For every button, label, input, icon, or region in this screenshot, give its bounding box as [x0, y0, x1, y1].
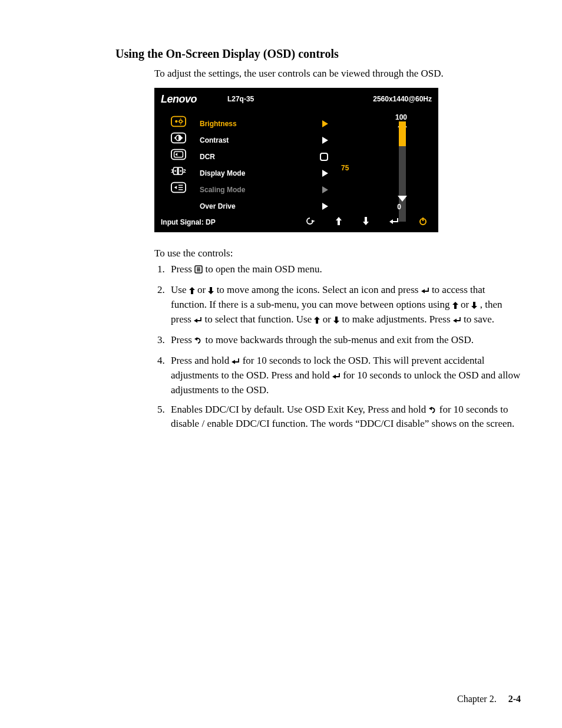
chevron-right-icon: [322, 170, 328, 177]
osd-menu-item[interactable]: Over Drive: [200, 198, 335, 215]
down-arrow-icon: [208, 285, 214, 298]
svg-marker-53: [429, 407, 432, 410]
chevron-right-icon: [322, 120, 328, 127]
svg-rect-27: [320, 153, 328, 160]
section-heading: Using the On-Screen Display (OSD) contro…: [115, 47, 521, 61]
osd-menu-item-label: DCR: [200, 153, 215, 161]
page-number: 2-4: [508, 694, 521, 704]
step-item: Press and hold for 10 seconds to lock th…: [167, 354, 521, 397]
svg-marker-31: [312, 220, 315, 222]
contrast-category-icon[interactable]: [171, 132, 186, 144]
resolution-label: 2560x1440@60Hz: [373, 95, 432, 103]
enter-icon: [421, 285, 429, 298]
slider-min-label: 0: [397, 203, 401, 211]
back-icon: [429, 404, 437, 418]
brand-logo-text: Lenovo: [161, 93, 197, 106]
display-mode-category-icon[interactable]: 12: [171, 165, 186, 177]
slider-max-label: 100: [395, 113, 407, 121]
down-arrow-icon: [471, 299, 477, 313]
svg-marker-51: [232, 360, 235, 364]
osd-slider[interactable]: 100 75 0: [335, 110, 435, 215]
step-item: Enables DDC/CI by default. Use OSD Exit …: [167, 403, 521, 431]
osd-menu-item-label: Over Drive: [200, 202, 236, 210]
osd-panel: Lenovo L27q-35 2560x1440@60Hz 12: [154, 88, 438, 232]
svg-point-1: [175, 120, 177, 123]
svg-marker-42: [208, 287, 214, 294]
osd-category-icons: 12: [157, 110, 200, 215]
osd-menu-item-label: Contrast: [200, 136, 229, 144]
svg-marker-47: [314, 317, 320, 324]
back-icon: [194, 335, 203, 348]
enter-icon: [232, 355, 240, 369]
osd-menu-list: BrightnessContrastDCRDisplay ModeScaling…: [200, 110, 335, 215]
settings-category-icon[interactable]: [171, 182, 186, 193]
svg-marker-25: [322, 120, 328, 127]
osd-menu-item[interactable]: Contrast: [200, 132, 335, 149]
svg-rect-11: [171, 150, 186, 160]
svg-marker-34: [389, 219, 393, 224]
osd-menu-item-label: Scaling Mode: [200, 186, 245, 194]
intro-text: To adjust the settings, the user control…: [154, 68, 521, 80]
svg-marker-17: [174, 170, 176, 172]
svg-marker-50: [194, 337, 197, 341]
up-arrow-icon: [452, 299, 458, 313]
svg-marker-44: [452, 302, 458, 309]
model-label: L27q-35: [227, 95, 254, 103]
osd-menu-item[interactable]: Display Mode: [200, 165, 335, 182]
svg-marker-49: [453, 318, 457, 322]
chevron-right-icon: [322, 203, 328, 210]
svg-point-9: [174, 137, 176, 139]
steps-list: Press to open the main OSD menu.Use or t…: [154, 263, 521, 431]
down-arrow-icon[interactable]: [362, 217, 369, 227]
step-item: Use or to move among the icons. Select a…: [167, 284, 521, 328]
down-arrow-icon: [333, 314, 339, 328]
svg-marker-43: [421, 289, 425, 293]
svg-marker-33: [363, 217, 369, 225]
to-use-label: To use the controls:: [154, 248, 521, 259]
checkbox-icon: [320, 153, 328, 161]
step-item: Press to open the main OSD menu.: [167, 263, 521, 278]
osd-header: Lenovo L27q-35 2560x1440@60Hz: [155, 88, 438, 107]
svg-point-2: [179, 120, 182, 123]
svg-marker-29: [322, 186, 328, 193]
svg-point-10: [181, 137, 183, 139]
step-item: Press to move backwards through the sub-…: [167, 334, 521, 348]
osd-menu-item-label: Brightness: [200, 120, 237, 128]
up-arrow-icon[interactable]: [335, 217, 342, 227]
enter-icon[interactable]: [389, 217, 399, 227]
slider-value-label: 75: [341, 164, 349, 172]
svg-marker-30: [322, 203, 328, 210]
enter-icon: [194, 314, 202, 328]
exit-icon[interactable]: [305, 217, 315, 227]
svg-marker-45: [471, 302, 477, 309]
osd-menu-item[interactable]: DCR: [200, 149, 335, 165]
input-category-icon[interactable]: [171, 149, 186, 160]
svg-marker-13: [175, 153, 177, 156]
osd-menu-item-label: Display Mode: [200, 169, 245, 177]
brightness-category-icon[interactable]: [171, 116, 186, 127]
slider-down-arrow-icon: [398, 196, 407, 202]
svg-marker-41: [189, 287, 195, 294]
svg-text:2: 2: [183, 168, 186, 174]
osd-menu-item[interactable]: Brightness: [200, 116, 335, 132]
menu-icon: [194, 264, 203, 278]
osd-footer-icons: [305, 217, 432, 227]
svg-marker-18: [180, 170, 182, 172]
enter-icon: [453, 314, 461, 328]
up-arrow-icon: [314, 314, 320, 328]
input-signal-label: Input Signal: DP: [161, 218, 216, 226]
power-icon[interactable]: [419, 217, 427, 227]
svg-marker-26: [322, 137, 328, 144]
chapter-label: Chapter 2.: [457, 694, 497, 704]
osd-menu-item[interactable]: Scaling Mode: [200, 182, 335, 198]
svg-marker-52: [332, 374, 336, 378]
svg-marker-28: [322, 170, 328, 177]
svg-marker-48: [333, 317, 339, 324]
page-footer: Chapter 2. 2-4: [457, 694, 521, 704]
enter-icon: [332, 370, 340, 384]
svg-marker-21: [174, 186, 177, 189]
chevron-right-icon: [322, 137, 328, 144]
chevron-right-icon: [322, 186, 328, 193]
up-arrow-icon: [189, 285, 195, 298]
svg-marker-32: [336, 217, 342, 225]
